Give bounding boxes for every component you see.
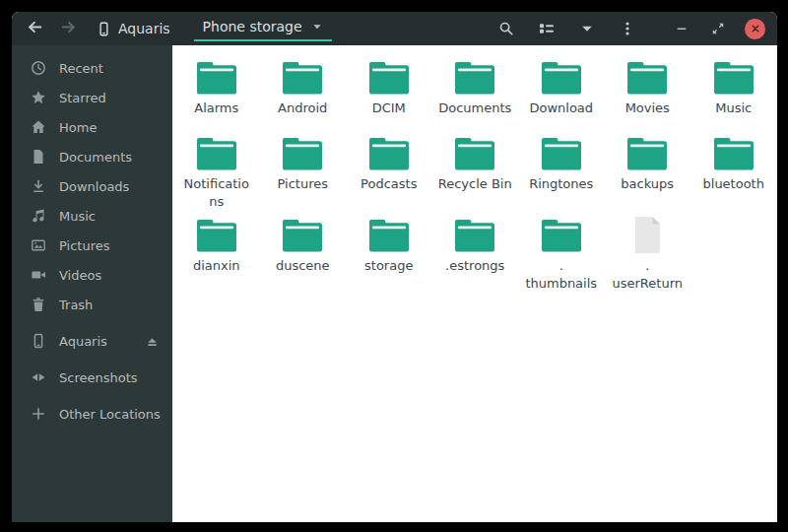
file-item[interactable]: dianxin	[173, 211, 260, 293]
folder-icon	[280, 214, 325, 253]
forward-button[interactable]	[57, 18, 79, 39]
file-name: Podcasts	[361, 175, 417, 193]
picture-icon	[31, 237, 46, 253]
file-item[interactable]: Android	[260, 53, 347, 129]
minimize-button[interactable]	[672, 19, 691, 38]
window-controls	[672, 19, 765, 39]
view-options-button[interactable]	[577, 19, 597, 38]
file-item[interactable]: Ringtones	[518, 129, 605, 211]
folder-icon	[624, 56, 670, 96]
sidebar-item-label: Recent	[59, 61, 103, 76]
file-item[interactable]: . thumbnails	[518, 211, 605, 293]
arrow-left-icon	[27, 19, 43, 39]
plus-icon	[31, 406, 46, 422]
file-name: . userReturn	[613, 257, 684, 293]
close-button[interactable]	[745, 19, 765, 39]
folder-icon	[366, 132, 412, 171]
sidebar-list: RecentStarredHomeDocumentsDownloadsMusic…	[12, 53, 172, 429]
eject-icon[interactable]	[145, 334, 160, 349]
sidebar-item-downloads[interactable]: Downloads	[12, 171, 172, 201]
minimize-icon	[675, 22, 689, 35]
restore-button[interactable]	[708, 19, 728, 38]
file-item[interactable]: DCIM	[346, 53, 432, 129]
sidebar-item-music[interactable]: Music	[12, 201, 172, 231]
location-tab[interactable]: Phone storage	[194, 16, 332, 41]
file-item[interactable]: .estrongs	[432, 211, 519, 293]
folder-icon	[194, 214, 239, 253]
sidebar-item-recent[interactable]: Recent	[12, 53, 172, 83]
file-item[interactable]: . userReturn	[605, 211, 691, 293]
titlebar-actions	[496, 19, 765, 39]
file-item[interactable]: bluetooth	[690, 129, 777, 211]
sidebar-item-label: Music	[59, 209, 96, 224]
folder-icon	[711, 132, 756, 171]
sidebar-item-screenshots[interactable]: Screenshots	[12, 363, 172, 392]
file-item[interactable]: Notificatio ns	[173, 129, 260, 211]
caret-down-icon	[579, 21, 595, 36]
file-name: bluetooth	[703, 175, 764, 193]
file-item[interactable]: backups	[605, 129, 691, 211]
device-label: Aquaris	[118, 21, 170, 36]
removable-media-icon	[31, 369, 46, 385]
file-item[interactable]: Pictures	[260, 129, 347, 211]
file-icon	[633, 214, 662, 253]
file-manager-window: Aquaris Phone storage	[12, 12, 777, 522]
file-name: Download	[529, 100, 593, 117]
sidebar-item-documents[interactable]: Documents	[12, 142, 172, 171]
view-toggle-button[interactable]	[537, 19, 557, 38]
file-item[interactable]: Alarms	[173, 53, 260, 129]
file-item[interactable]: Music	[690, 53, 777, 129]
file-name: . thumbnails	[525, 257, 597, 293]
file-name: Recycle Bin	[438, 175, 512, 193]
file-name: .estrongs	[445, 257, 504, 275]
folder-icon	[452, 214, 497, 253]
folder-icon	[280, 132, 325, 171]
download-icon	[31, 178, 46, 194]
sidebar-item-aquaris[interactable]: Aquaris	[12, 326, 172, 356]
folder-icon	[194, 56, 239, 96]
file-item[interactable]: Recycle Bin	[432, 129, 519, 211]
content-area: AlarmsAndroidDCIMDocumentsDownloadMovies…	[172, 45, 777, 522]
file-name: Ringtones	[529, 175, 593, 193]
sidebar-item-label: Downloads	[59, 179, 129, 194]
file-item[interactable]: Download	[518, 53, 605, 129]
star-icon	[31, 90, 46, 105]
file-name: Android	[278, 100, 327, 117]
file-item[interactable]: Documents	[432, 53, 519, 129]
file-item[interactable]: storage	[346, 211, 432, 293]
folder-icon	[452, 56, 497, 96]
menu-button[interactable]	[618, 19, 637, 38]
menu-kebab-icon	[620, 21, 635, 36]
file-item[interactable]: duscene	[260, 211, 347, 293]
file-name: Alarms	[194, 100, 238, 117]
file-name: DCIM	[372, 100, 406, 117]
folder-icon	[280, 56, 325, 96]
device-button[interactable]: Aquaris	[97, 21, 170, 36]
file-item[interactable]: Movies	[605, 53, 691, 129]
sidebar-item-other-locations[interactable]: Other Locations	[12, 399, 172, 429]
file-name: Pictures	[278, 175, 328, 193]
sidebar-item-label: Videos	[59, 268, 101, 283]
file-item[interactable]: Podcasts	[346, 129, 432, 211]
trash-icon	[31, 297, 46, 312]
restore-icon	[711, 22, 725, 35]
folder-icon	[539, 214, 584, 253]
file-name: Music	[715, 100, 752, 117]
search-button[interactable]	[496, 19, 516, 38]
sidebar-item-videos[interactable]: Videos	[12, 260, 172, 290]
sidebar-item-starred[interactable]: Starred	[12, 83, 172, 112]
file-name: Notificatio ns	[184, 175, 249, 211]
sidebar-item-pictures[interactable]: Pictures	[12, 231, 172, 260]
back-button[interactable]	[24, 18, 45, 39]
file-name: Documents	[438, 100, 511, 117]
sidebar-item-home[interactable]: Home	[12, 112, 172, 142]
sidebar-item-trash[interactable]: Trash	[12, 290, 172, 319]
list-view-icon	[539, 21, 555, 36]
file-grid: AlarmsAndroidDCIMDocumentsDownloadMovies…	[172, 45, 777, 293]
phone-icon	[31, 333, 46, 349]
folder-icon	[539, 56, 584, 96]
home-icon	[31, 119, 46, 135]
sidebar-item-label: Home	[59, 120, 97, 135]
folder-icon	[194, 132, 239, 171]
folder-icon	[539, 132, 584, 171]
